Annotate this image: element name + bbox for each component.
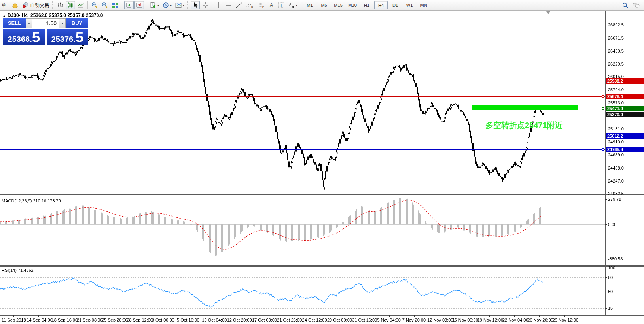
toolbar-separator — [301, 1, 301, 9]
chart-shift-button[interactable] — [134, 1, 144, 9]
level-line-25012.2[interactable] — [0, 136, 605, 136]
indicators-dropdown-arrow[interactable]: ▾ — [157, 4, 159, 7]
panel-separator[interactable] — [0, 194, 644, 195]
symbol-period-label: DJ30-,H4 — [8, 13, 28, 18]
cursor-button[interactable] — [191, 1, 200, 9]
rsi-indicator-canvas[interactable] — [0, 267, 605, 315]
periods-dropdown-arrow[interactable]: ▾ — [170, 4, 172, 7]
crosshair-button[interactable] — [201, 1, 210, 9]
time-axis-tickmark — [514, 315, 515, 317]
collapse-panel-icon[interactable]: ▲ — [2, 14, 6, 18]
text-label-button[interactable]: T — [277, 1, 286, 9]
candlestick-chart-button[interactable] — [66, 1, 75, 9]
price-axis-border — [605, 11, 606, 315]
panel-separator[interactable] — [0, 196, 644, 196]
timeframe-button-M5[interactable]: M5 — [317, 1, 331, 9]
level-line-25370[interactable] — [0, 115, 605, 115]
text-button[interactable]: A — [267, 1, 276, 9]
money-bag-button[interactable] — [10, 1, 20, 9]
volume-input[interactable]: 1.00 — [32, 18, 59, 28]
tile-windows-button[interactable] — [110, 1, 120, 9]
equidistant-channel-button[interactable]: E — [244, 1, 255, 9]
rsi-axis-tickmark — [605, 277, 607, 278]
time-axis-label: 7 Nov 20:00 — [402, 318, 426, 322]
timeframe-button-M1[interactable]: M1 — [303, 1, 316, 9]
search-button[interactable] — [621, 1, 630, 9]
timeframe-button-H4[interactable]: H4 — [374, 1, 388, 9]
macd-indicator-canvas[interactable] — [0, 196, 605, 265]
price-axis-tickmark — [605, 142, 607, 142]
sell-price-dec: 5 — [32, 32, 40, 43]
indicators-button[interactable]: ▾ — [148, 1, 160, 9]
time-axis-tickmark — [139, 315, 139, 317]
timeframe-button-M15[interactable]: M15 — [331, 1, 345, 9]
timeframe-button-W1[interactable]: W1 — [403, 1, 416, 9]
panel-separator[interactable] — [0, 266, 644, 267]
price-chart-canvas[interactable] — [0, 11, 605, 194]
channel-icon: E — [246, 2, 254, 8]
line-end-marker[interactable] — [602, 135, 604, 137]
time-axis-label: 19 Nov 12:00 — [477, 318, 503, 322]
auto-scroll-icon — [125, 2, 133, 8]
toolbar-drag-handle[interactable] — [52, 1, 54, 9]
price-axis-tickmark — [605, 194, 607, 194]
arrows-button[interactable]: ▾ — [287, 1, 299, 9]
price-axis-tickmark — [605, 51, 607, 51]
auto-scroll-button[interactable] — [124, 1, 134, 9]
level-line-24785.8[interactable] — [0, 149, 605, 150]
timeframe-button-H1[interactable]: H1 — [360, 1, 373, 9]
vertical-line-button[interactable] — [214, 1, 223, 9]
new-order-button[interactable]: 单 — [0, 1, 9, 9]
line-end-marker[interactable] — [602, 148, 604, 151]
arrows-dropdown-arrow[interactable]: ▾ — [296, 4, 297, 7]
indicators-icon — [150, 2, 157, 8]
rsi-axis-tick: 80 — [608, 275, 613, 280]
price-axis-tick: 26671.5 — [608, 36, 624, 40]
volume-increase-button[interactable]: ▲ — [59, 18, 66, 28]
chart-shift-marker[interactable] — [546, 11, 550, 14]
timeframe-toolbar: M1M5M15M30H1H4D1W1MN — [303, 1, 431, 9]
periods-button[interactable]: ▾ — [161, 1, 173, 9]
line-chart-button[interactable] — [76, 1, 85, 9]
buy-button[interactable]: BUY — [66, 18, 88, 28]
templates-button[interactable]: ▾ — [174, 1, 186, 9]
horizontal-line-button[interactable] — [224, 1, 233, 9]
price-tag-25678.4: 25678.4 — [606, 94, 644, 99]
zoom-in-button[interactable] — [90, 1, 99, 9]
level-line-25938.2[interactable] — [0, 81, 605, 81]
highlight-zone[interactable] — [472, 105, 578, 110]
mt4-window: 单 自动交易 — [0, 0, 644, 324]
panel-separator[interactable] — [0, 265, 644, 266]
chart-annotation-text[interactable]: 多空转折点25471附近 — [485, 120, 563, 131]
line-end-marker[interactable] — [602, 80, 604, 82]
zoom-out-button[interactable] — [100, 1, 110, 9]
time-axis-label: 5 Oct 16:00 — [177, 318, 199, 322]
price-axis-tick: 26892.5 — [608, 23, 624, 27]
timeframe-button-MN[interactable]: MN — [417, 1, 430, 9]
macd-axis-tick: 0.00 — [608, 222, 616, 227]
chat-button[interactable] — [631, 1, 641, 9]
time-axis-tickmark — [389, 315, 390, 317]
bar-chart-button[interactable] — [55, 1, 65, 9]
rsi-axis-tickmark — [605, 268, 607, 268]
sell-price-button[interactable]: 25368.5 — [3, 29, 45, 45]
toolbar-separator — [87, 1, 88, 9]
buy-price-button[interactable]: 25376.5 — [47, 29, 88, 45]
autotrading-button[interactable]: 自动交易 — [21, 1, 50, 9]
time-axis-tickmark — [414, 315, 415, 317]
line-end-marker[interactable] — [602, 107, 604, 110]
timeframe-button-M30[interactable]: M30 — [346, 1, 359, 9]
time-axis-label: 3 Oct 00:00 — [152, 318, 174, 322]
sell-button[interactable]: SELL — [3, 18, 26, 28]
toolbar-drag-handle[interactable] — [187, 1, 189, 9]
trendline-button[interactable] — [234, 1, 244, 9]
arrows-icon — [288, 2, 295, 8]
volume-decrease-button[interactable]: ▼ — [26, 18, 32, 28]
level-line-25678.4[interactable] — [0, 96, 605, 97]
buy-price-dec: 5 — [76, 32, 84, 43]
templates-dropdown-arrow[interactable]: ▾ — [183, 4, 184, 7]
fibonacci-button[interactable]: F — [256, 1, 266, 9]
line-end-marker[interactable] — [602, 95, 604, 98]
time-axis-label: 24 Oct 12:00 — [302, 318, 327, 322]
timeframe-button-D1[interactable]: D1 — [388, 1, 402, 9]
